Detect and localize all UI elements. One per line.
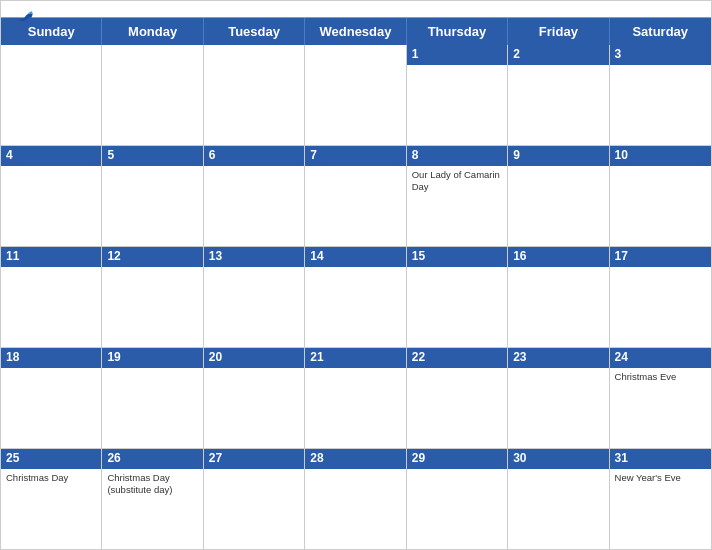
day-number: 12 <box>102 247 202 267</box>
logo-blue-area <box>17 9 37 27</box>
day-number: 14 <box>305 247 405 267</box>
day-cell <box>305 45 406 145</box>
day-cell: 16 <box>508 247 609 347</box>
day-cell: 28 <box>305 449 406 549</box>
day-number: 19 <box>102 348 202 368</box>
day-event: New Year's Eve <box>610 469 711 549</box>
day-content-empty <box>102 267 202 347</box>
day-header-thursday: Thursday <box>407 18 508 45</box>
day-content-empty <box>610 267 711 347</box>
day-content-empty <box>305 368 405 448</box>
day-cell: 26Christmas Day (substitute day) <box>102 449 203 549</box>
day-cell <box>1 45 102 145</box>
day-content-empty <box>508 166 608 246</box>
day-content-empty <box>305 65 405 145</box>
day-content-empty <box>1 368 101 448</box>
day-number: 25 <box>1 449 101 469</box>
day-number: 6 <box>204 146 304 166</box>
day-content-empty <box>1 65 101 145</box>
day-content-empty <box>305 469 405 549</box>
day-cell: 30 <box>508 449 609 549</box>
day-content-empty <box>407 65 507 145</box>
day-header-wednesday: Wednesday <box>305 18 406 45</box>
day-content-empty <box>102 368 202 448</box>
day-event: Christmas Eve <box>610 368 711 448</box>
day-number: 5 <box>102 146 202 166</box>
logo-bird-icon <box>17 9 35 27</box>
day-number: 15 <box>407 247 507 267</box>
day-number: 16 <box>508 247 608 267</box>
week-row-5: 25Christmas Day26Christmas Day (substitu… <box>1 449 711 549</box>
day-number: 22 <box>407 348 507 368</box>
day-content-empty <box>204 166 304 246</box>
day-number: 26 <box>102 449 202 469</box>
day-content-empty <box>508 368 608 448</box>
day-cell: 21 <box>305 348 406 448</box>
calendar-grid: SundayMondayTuesdayWednesdayThursdayFrid… <box>1 17 711 549</box>
day-number: 2 <box>508 45 608 65</box>
day-content-empty <box>610 166 711 246</box>
day-cell <box>204 45 305 145</box>
calendar-header <box>1 1 711 17</box>
day-content-empty <box>204 267 304 347</box>
day-cell: 27 <box>204 449 305 549</box>
day-cell: 18 <box>1 348 102 448</box>
day-cell: 4 <box>1 146 102 246</box>
day-cell: 7 <box>305 146 406 246</box>
day-content-empty <box>1 166 101 246</box>
day-number: 29 <box>407 449 507 469</box>
day-content-empty <box>508 65 608 145</box>
week-row-1: 123 <box>1 45 711 146</box>
day-number: 13 <box>204 247 304 267</box>
day-content-empty <box>204 368 304 448</box>
day-headers-row: SundayMondayTuesdayWednesdayThursdayFrid… <box>1 18 711 45</box>
day-cell: 31New Year's Eve <box>610 449 711 549</box>
day-number <box>1 45 101 65</box>
day-cell: 19 <box>102 348 203 448</box>
day-content-empty <box>204 65 304 145</box>
day-cell: 13 <box>204 247 305 347</box>
day-number: 24 <box>610 348 711 368</box>
day-cell: 1 <box>407 45 508 145</box>
day-content-empty <box>1 267 101 347</box>
day-cell: 15 <box>407 247 508 347</box>
day-cell: 29 <box>407 449 508 549</box>
day-cell: 11 <box>1 247 102 347</box>
day-number: 7 <box>305 146 405 166</box>
day-event: Christmas Day (substitute day) <box>102 469 202 549</box>
day-number: 30 <box>508 449 608 469</box>
week-row-4: 18192021222324Christmas Eve <box>1 348 711 449</box>
day-number: 1 <box>407 45 507 65</box>
day-content-empty <box>204 469 304 549</box>
day-number: 23 <box>508 348 608 368</box>
week-row-3: 11121314151617 <box>1 247 711 348</box>
day-cell: 14 <box>305 247 406 347</box>
day-cell: 6 <box>204 146 305 246</box>
day-header-saturday: Saturday <box>610 18 711 45</box>
day-cell: 17 <box>610 247 711 347</box>
day-cell: 12 <box>102 247 203 347</box>
day-cell: 22 <box>407 348 508 448</box>
day-number: 21 <box>305 348 405 368</box>
logo <box>17 9 37 27</box>
day-content-empty <box>407 368 507 448</box>
day-number: 3 <box>610 45 711 65</box>
day-number: 11 <box>1 247 101 267</box>
day-number: 9 <box>508 146 608 166</box>
day-event: Christmas Day <box>1 469 101 549</box>
weeks-container: 12345678Our Lady of Camarin Day910111213… <box>1 45 711 549</box>
day-cell <box>102 45 203 145</box>
day-cell: 2 <box>508 45 609 145</box>
day-cell: 24Christmas Eve <box>610 348 711 448</box>
day-header-tuesday: Tuesday <box>204 18 305 45</box>
day-number: 28 <box>305 449 405 469</box>
day-cell: 10 <box>610 146 711 246</box>
day-number: 17 <box>610 247 711 267</box>
day-number: 10 <box>610 146 711 166</box>
day-content-empty <box>508 267 608 347</box>
day-cell: 8Our Lady of Camarin Day <box>407 146 508 246</box>
day-content-empty <box>305 267 405 347</box>
day-cell: 23 <box>508 348 609 448</box>
day-content-empty <box>610 65 711 145</box>
day-number: 27 <box>204 449 304 469</box>
